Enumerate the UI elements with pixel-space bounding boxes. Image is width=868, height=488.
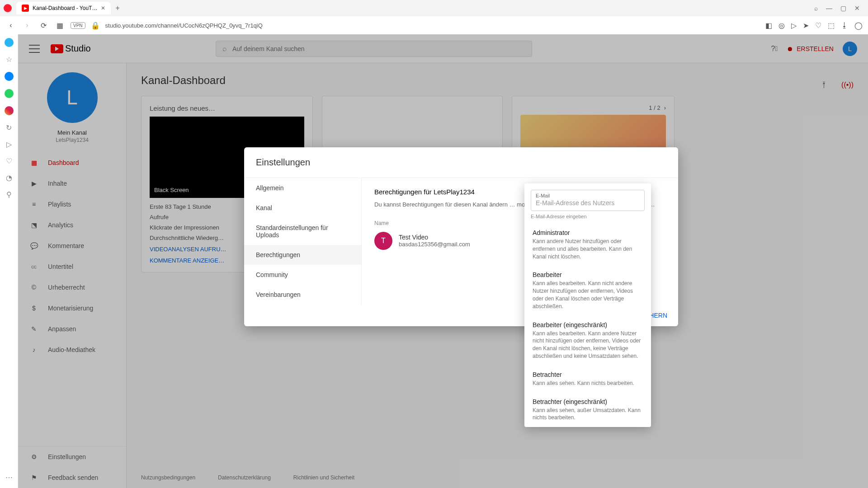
minimize-icon[interactable]: — [826,5,832,12]
close-window-icon[interactable]: ✕ [854,5,860,12]
invite-popover: E-Mail E-Mail-Adresse eingeben Administr… [524,183,651,427]
role-desc: Kann alles bearbeiten. Kann nicht andere… [533,280,643,310]
settings-nav-permissions[interactable]: Berechtigungen [244,245,361,265]
user-name: Test Video [399,234,470,241]
more-icon[interactable]: ⋯ [5,473,13,482]
back-button[interactable]: ‹ [5,21,16,29]
opera-icon [4,4,12,12]
role-title: Betrachter (eingeschränkt) [533,398,643,405]
role-title: Betrachter [533,371,643,378]
snapshot-icon[interactable]: ◎ [778,21,785,30]
modal-title: Einstellungen [244,147,678,178]
tab-title: Kanal-Dashboard - YouT… [33,5,97,11]
send-icon[interactable]: ➤ [803,21,809,30]
close-tab-icon[interactable]: ✕ [101,5,105,11]
user-email: basdas125356@gmail.com [399,241,470,248]
role-option-viewer-limited[interactable]: Betrachter (eingeschränkt) Kann alles se… [524,393,651,427]
user-avatar: T [374,232,392,250]
heart-icon[interactable]: ♡ [815,21,821,30]
role-desc: Kann alles bearbeiten. Kann andere Nutze… [533,330,643,360]
opera-workspace-icon[interactable] [5,38,14,47]
bookmark-star-icon[interactable]: ☆ [6,55,12,64]
new-tab-button[interactable]: + [115,4,119,12]
email-label: E-Mail [536,193,640,198]
role-option-administrator[interactable]: Administrator Kann andere Nutzer hinzufü… [524,224,651,266]
app: Studio ⌕ ?⃝ ⏺ ERSTELLEN L L Mein Kanal L… [18,34,868,488]
pin-icon[interactable]: ⚲ [6,190,12,199]
address-bar: ‹ › ⟳ ▦ VPN 🔒 studio.youtube.com/channel… [0,16,868,34]
role-list: Administrator Kann andere Nutzer hinzufü… [524,224,651,427]
role-title: Bearbeiter (eingeschränkt) [533,321,643,328]
whatsapp-icon[interactable] [5,89,14,98]
profile-icon[interactable]: ◯ [854,21,863,30]
browser-tab[interactable]: ▶ Kanal-Dashboard - YouT… ✕ [16,2,111,14]
email-input[interactable] [536,199,640,206]
history-icon[interactable]: ↻ [6,123,12,132]
maximize-icon[interactable]: ▢ [840,5,846,12]
role-desc: Kann alles sehen, außer Umsatzdaten. Kan… [533,407,643,422]
role-option-viewer[interactable]: Betrachter Kann alles sehen. Kann nichts… [524,366,651,393]
settings-nav-channel[interactable]: Kanal [244,198,361,218]
download-icon[interactable]: ⭳ [841,21,848,30]
email-helper: E-Mail-Adresse eingeben [524,214,651,224]
role-desc: Kann andere Nutzer hinzufügen oder entfe… [533,238,643,260]
tab-bar: ▶ Kanal-Dashboard - YouT… ✕ + ⌕ — ▢ ✕ [0,0,868,16]
settings-nav-uploads[interactable]: Standardeinstellungen für Uploads [244,218,361,245]
reload-button[interactable]: ⟳ [38,21,49,30]
youtube-favicon: ▶ [22,5,29,12]
role-option-editor[interactable]: Bearbeiter Kann alles bearbeiten. Kann n… [524,266,651,315]
role-title: Bearbeiter [533,271,643,278]
settings-nav-community[interactable]: Community [244,265,361,285]
role-desc: Kann alles sehen. Kann nichts bearbeiten… [533,380,643,387]
url-text: studio.youtube.com/channel/UCocN6zQPHQZ_… [105,22,263,29]
browser-chrome: ▶ Kanal-Dashboard - YouT… ✕ + ⌕ — ▢ ✕ ‹ … [0,0,868,35]
instagram-icon[interactable] [5,106,14,115]
clock-icon[interactable]: ◔ [6,174,12,182]
opera-sidebar: ☆ ↻ ▷ ♡ ◔ ⚲ ⋯ [0,34,18,488]
vpn-badge[interactable]: VPN [71,22,85,29]
role-title: Administrator [533,229,643,236]
messenger-icon[interactable] [5,72,14,81]
sidebar-toggle-icon[interactable]: ◧ [765,21,772,30]
search-browser-icon[interactable]: ⌕ [814,5,818,12]
cube-icon[interactable]: ⬚ [828,21,835,30]
heart-sidebar-icon[interactable]: ♡ [6,157,12,165]
settings-nav: Allgemein Kanal Standardeinstellungen fü… [244,178,362,305]
bookmark-icon[interactable]: ▷ [791,21,797,30]
lock-icon: 🔒 [91,21,100,30]
role-option-editor-limited[interactable]: Bearbeiter (eingeschränkt) Kann alles be… [524,316,651,366]
url-field[interactable]: studio.youtube.com/channel/UCocN6zQPHQZ_… [105,22,760,29]
speed-dial-icon[interactable]: ▦ [54,21,65,30]
settings-nav-agreements[interactable]: Vereinbarungen [244,285,361,305]
email-input-wrapper[interactable]: E-Mail [531,190,645,211]
settings-nav-general[interactable]: Allgemein [244,178,361,198]
play-icon[interactable]: ▷ [6,140,12,149]
forward-button[interactable]: › [22,21,33,29]
